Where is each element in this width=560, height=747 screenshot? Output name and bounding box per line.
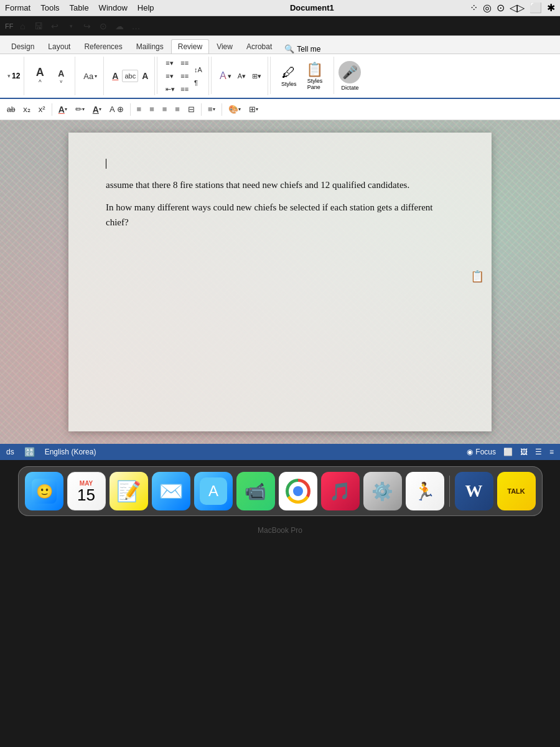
border-dropdown[interactable]: ⊞ ▾ xyxy=(246,101,261,118)
undo-button[interactable]: ↩ xyxy=(48,19,62,33)
font-selectors: ▾ 12 xyxy=(7,72,20,80)
justify-btn[interactable]: ≡ xyxy=(172,101,183,118)
font-size-group: ▾ 12 xyxy=(4,57,24,95)
outdent-btn[interactable]: ⇤▾ xyxy=(163,83,177,95)
language-label[interactable]: English (Korea) xyxy=(45,448,96,456)
dictate-button[interactable]: 🎤 Dictate xyxy=(336,57,363,95)
word-count-label: ds xyxy=(6,448,14,456)
menu-item-format[interactable]: Format xyxy=(5,3,30,12)
kakaotalk-icon[interactable]: TALK xyxy=(497,472,536,510)
font-color-dropdown[interactable]: A ▾ xyxy=(55,101,70,118)
document-container: assume that there 8 fire stations that n… xyxy=(0,120,560,444)
word-icon[interactable]: W xyxy=(455,472,493,510)
status-menu-icon[interactable]: ≡ xyxy=(549,448,554,456)
text-cursor xyxy=(106,159,106,169)
list-view-icon[interactable]: ☰ xyxy=(535,448,542,456)
autosave-button[interactable]: ⊙ xyxy=(96,19,110,33)
abc-label-btn[interactable]: abc xyxy=(122,70,138,82)
menu-item-tools[interactable]: Tools xyxy=(40,3,59,12)
tab-layout[interactable]: Layout xyxy=(42,40,77,54)
status-bar: ds 🔠 English (Korea) ◉ Focus ⬜ 🖼 ☰ ≡ xyxy=(0,444,560,460)
arrow-icon[interactable]: ◁▷ xyxy=(510,2,525,14)
align-buttons: ≡≡ ≡≡ ≡≡ xyxy=(178,57,191,95)
increase-font-button[interactable]: A^ xyxy=(30,65,50,87)
superscript-btn[interactable]: x² xyxy=(35,101,49,118)
cloud-button[interactable]: ☁ xyxy=(113,19,126,33)
appstore-icon[interactable]: A xyxy=(194,472,233,510)
notes-icon[interactable]: 📝 xyxy=(110,472,148,510)
home-button[interactable]: ⌂ xyxy=(16,19,29,33)
tab-mailings[interactable]: Mailings xyxy=(130,40,170,54)
spacing-btn[interactable]: ⊞▾ xyxy=(250,70,264,82)
align-center-btn2[interactable]: ≡ xyxy=(146,101,157,118)
decrease-font-button[interactable]: Av xyxy=(51,67,71,85)
focus-icon: ◉ xyxy=(467,448,473,456)
subscript-btn[interactable]: x₂ xyxy=(20,101,34,118)
pause-icon[interactable]: ⊙ xyxy=(497,2,505,14)
dock-area: 🙂 MAY 15 📝 ✉️ A 📹 🎵 xyxy=(0,460,560,522)
ribbon-sep-3 xyxy=(270,57,271,94)
menu-item-window[interactable]: Window xyxy=(99,3,128,12)
font-underline-dropdown[interactable]: A ▾ xyxy=(90,101,105,118)
facetime-icon[interactable]: 📹 xyxy=(236,472,275,510)
tell-me-container[interactable]: 🔍 Tell me xyxy=(284,44,320,54)
insert-special-btn[interactable]: A ⊕ xyxy=(106,101,127,118)
system-prefs-icon[interactable]: ⚙️ xyxy=(363,472,402,510)
screen-record-icon[interactable]: ◎ xyxy=(483,2,492,14)
styles-buttons-row: 🖊 Styles 📋 Styles Pane xyxy=(278,60,327,92)
align-right-btn2[interactable]: ≡ xyxy=(159,101,170,118)
menu-item-table[interactable]: Table xyxy=(70,3,89,12)
aa-dropdown[interactable]: Aa ▾ xyxy=(81,70,100,82)
spell-check-icon[interactable]: 🔠 xyxy=(24,447,35,457)
align-right-btn[interactable]: ≡≡ xyxy=(178,83,191,95)
font-color-btn[interactable]: A xyxy=(110,70,121,82)
ribbon-sep-4 xyxy=(334,57,334,94)
font-size-value[interactable]: 12 xyxy=(12,72,20,80)
sort-btn[interactable]: ↕A xyxy=(192,63,205,76)
styles-icon-btn[interactable]: 🖊 Styles xyxy=(278,63,301,88)
dock: 🙂 MAY 15 📝 ✉️ A 📹 🎵 xyxy=(18,466,543,516)
tab-review[interactable]: Review xyxy=(171,39,209,54)
tab-view[interactable]: View xyxy=(210,40,239,54)
document-text[interactable]: assume that there 8 fire stations that n… xyxy=(106,177,454,230)
health-icon[interactable]: 🏃 xyxy=(406,472,444,510)
mail-icon[interactable]: ✉️ xyxy=(152,472,190,510)
columns-btn[interactable]: ⊟ xyxy=(185,101,198,118)
align-left-btn[interactable]: ≡≡ xyxy=(178,57,191,69)
text-effect-btn[interactable]: A▾ xyxy=(217,70,234,82)
share-icon[interactable]: ⬜ xyxy=(530,2,542,14)
macbook-label: MacBook Pro xyxy=(0,522,560,538)
tab-references[interactable]: References xyxy=(78,40,128,54)
bullet-list-btn[interactable]: ≡▾ xyxy=(163,57,177,69)
undo-dropdown[interactable]: ▾ xyxy=(64,19,78,33)
redo-button[interactable]: ↪ xyxy=(80,19,94,33)
align-center-btn[interactable]: ≡≡ xyxy=(178,70,191,82)
bluetooth-icon[interactable]: ✱ xyxy=(547,2,555,14)
line-spacing-dropdown[interactable]: ≡ ▾ xyxy=(205,101,218,118)
status-square-icon[interactable]: ⬜ xyxy=(503,448,513,456)
tab-design[interactable]: Design xyxy=(5,40,40,54)
document-page[interactable]: assume that there 8 fire stations that n… xyxy=(68,133,492,431)
styles-pane-btn[interactable]: 📋 Styles Pane xyxy=(302,60,327,92)
numbered-list-btn[interactable]: ≡▾ xyxy=(163,70,177,82)
thumbnail-icon[interactable]: 🖼 xyxy=(520,448,528,456)
dropbox-icon[interactable]: ⁘ xyxy=(470,2,478,14)
clipboard-icon[interactable]: 📋 xyxy=(470,270,484,283)
save-button[interactable]: 🖫 xyxy=(32,19,45,33)
align-left-btn2[interactable]: ≡ xyxy=(134,101,145,118)
calendar-icon[interactable]: MAY 15 xyxy=(67,472,106,510)
clear-format-btn[interactable]: A xyxy=(139,70,151,82)
focus-button[interactable]: ◉ Focus xyxy=(467,448,496,456)
highlight-dropdown[interactable]: ✏▾ xyxy=(72,101,88,118)
tab-acrobat[interactable]: Acrobat xyxy=(240,40,278,54)
pilcrow-btn[interactable]: ¶ xyxy=(192,77,205,89)
music-icon[interactable]: 🎵 xyxy=(321,472,360,510)
more-button[interactable]: … xyxy=(129,19,142,33)
strikethrough-btn[interactable]: ab xyxy=(4,101,18,118)
chrome-icon[interactable] xyxy=(279,472,317,510)
doc-paragraph-2: In how many different ways could new chi… xyxy=(106,200,454,230)
highlight-btn[interactable]: A▾ xyxy=(235,70,248,82)
menu-item-help[interactable]: Help xyxy=(138,3,154,12)
shading-dropdown[interactable]: 🎨 ▾ xyxy=(225,101,244,118)
finder-icon[interactable]: 🙂 xyxy=(25,472,63,510)
